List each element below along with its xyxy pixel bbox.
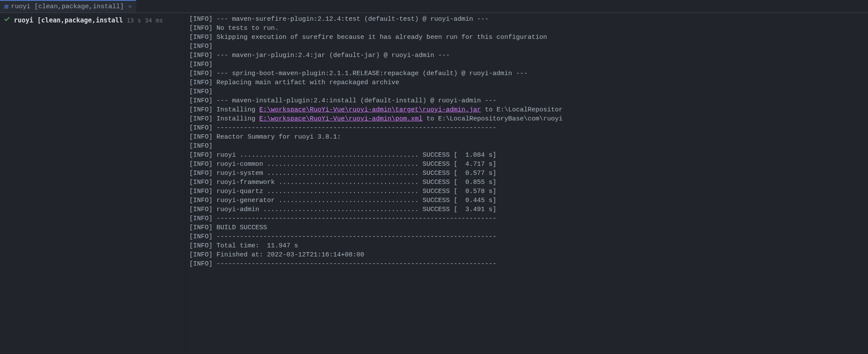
log-level-tag: [INFO] [189, 79, 213, 86]
console-line: [INFO] ruoyi ...........................… [189, 151, 865, 160]
console-line: [INFO] Reactor Summary for ruoyi 3.8.1: [189, 133, 865, 142]
console-line: [INFO] [189, 60, 865, 69]
log-level-tag: [INFO] [189, 88, 213, 95]
log-level-tag: [INFO] [189, 224, 213, 231]
log-level-tag: [INFO] [189, 25, 213, 32]
tab-title: ruoyi [clean,package,install] [11, 3, 124, 10]
log-level-tag: [INFO] [189, 260, 213, 268]
main-area: ruoyi [clean,package,install 13 s 34 ms … [0, 13, 868, 354]
console-line: [INFO] [189, 42, 865, 51]
tab-bar: m ruoyi [clean,package,install] × [0, 0, 868, 13]
log-level-tag: [INFO] [189, 170, 213, 177]
run-duration: 13 s 34 ms [127, 17, 163, 24]
run-sidebar: ruoyi [clean,package,install 13 s 34 ms [0, 13, 186, 354]
log-level-tag: [INFO] [189, 124, 213, 132]
log-level-tag: [INFO] [189, 152, 213, 159]
log-level-tag: [INFO] [189, 251, 213, 259]
run-item[interactable]: ruoyi [clean,package,install 13 s 34 ms [0, 15, 185, 26]
file-path-link[interactable]: E:\workspace\RuoYi-Vue\ruoyi-admin\targe… [259, 106, 481, 114]
log-level-tag: [INFO] [189, 206, 213, 213]
console-line: [INFO] No tests to run. [189, 24, 865, 33]
log-level-tag: [INFO] [189, 161, 213, 168]
log-level-tag: [INFO] [189, 16, 213, 23]
log-level-tag: [INFO] [189, 142, 213, 150]
console-line: [INFO] ruoyi-framework .................… [189, 178, 865, 187]
console-line: [INFO] Installing E:\workspace\RuoYi-Vue… [189, 105, 865, 114]
log-level-tag: [INFO] [189, 34, 213, 41]
console-line: [INFO] [189, 142, 865, 151]
run-name: ruoyi [clean,package,install [14, 16, 123, 24]
log-level-tag: [INFO] [189, 70, 213, 77]
console-line: [INFO] ruoyi-common ....................… [189, 160, 865, 169]
console-output[interactable]: [INFO] --- maven-surefire-plugin:2.12.4:… [186, 13, 868, 354]
log-level-tag: [INFO] [189, 97, 213, 104]
console-line: [INFO] --- maven-jar-plugin:2.4:jar (def… [189, 51, 865, 60]
log-level-tag: [INFO] [189, 242, 213, 250]
log-level-tag: [INFO] [189, 197, 213, 204]
log-level-tag: [INFO] [189, 61, 213, 68]
console-line: [INFO] --- maven-surefire-plugin:2.12.4:… [189, 15, 865, 24]
console-line: [INFO] ruoyi-quartz ....................… [189, 187, 865, 196]
console-line: [INFO] Skipping execution of surefire be… [189, 33, 865, 42]
log-level-tag: [INFO] [189, 43, 213, 50]
console-line: [INFO] Finished at: 2022-03-12T21:16:14+… [189, 250, 865, 259]
maven-icon: m [4, 3, 9, 11]
success-check-icon [3, 16, 10, 25]
log-level-tag: [INFO] [189, 215, 213, 222]
console-line: [INFO] ---------------------------------… [189, 214, 865, 223]
tab-run-config[interactable]: m ruoyi [clean,package,install] × [0, 0, 136, 13]
file-path-link[interactable]: E:\workspace\RuoYi-Vue\ruoyi-admin\pom.x… [259, 115, 423, 123]
console-line: [INFO] ---------------------------------… [189, 232, 865, 241]
console-line: [INFO] ruoyi-admin .....................… [189, 205, 865, 214]
console-line: [INFO] --- maven-install-plugin:2.4:inst… [189, 96, 865, 105]
log-level-tag: [INFO] [189, 233, 213, 240]
log-level-tag: [INFO] [189, 115, 213, 123]
log-level-tag: [INFO] [189, 52, 213, 59]
console-line: [INFO] Total time: 11.947 s [189, 241, 865, 250]
log-level-tag: [INFO] [189, 179, 213, 186]
log-level-tag: [INFO] [189, 106, 213, 114]
console-line: [INFO] [189, 87, 865, 96]
log-level-tag: [INFO] [189, 133, 213, 141]
close-icon[interactable]: × [128, 3, 132, 10]
log-level-tag: [INFO] [189, 188, 213, 195]
console-line: [INFO] Installing E:\workspace\RuoYi-Vue… [189, 114, 865, 123]
console-line: [INFO] ---------------------------------… [189, 259, 865, 269]
console-line: [INFO] --- spring-boot-maven-plugin:2.1.… [189, 69, 865, 78]
console-line: [INFO] ---------------------------------… [189, 123, 865, 133]
console-line: [INFO] Replacing main artifact with repa… [189, 78, 865, 87]
console-line: [INFO] BUILD SUCCESS [189, 223, 865, 232]
console-line: [INFO] ruoyi-system ....................… [189, 169, 865, 178]
console-line: [INFO] ruoyi-generator .................… [189, 196, 865, 205]
